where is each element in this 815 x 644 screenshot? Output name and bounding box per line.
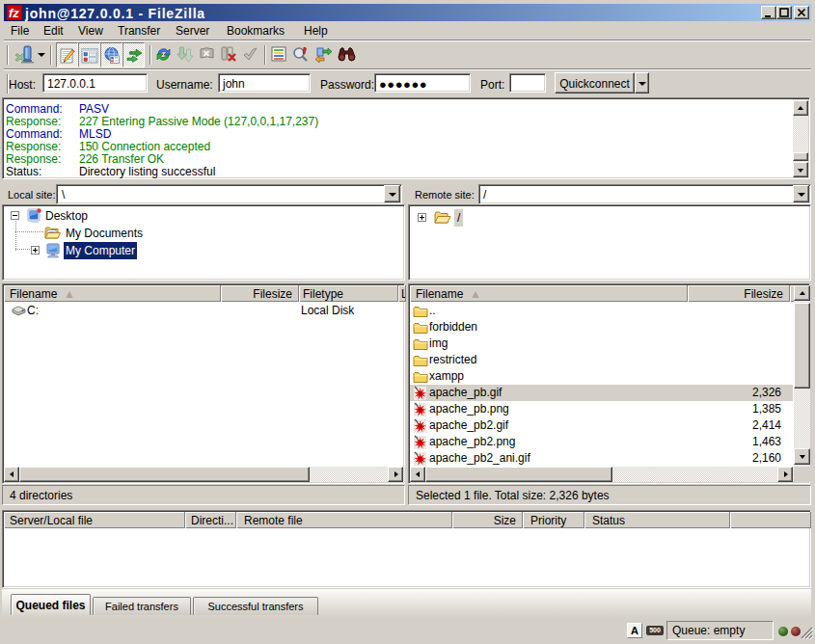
svg-text:fz: fz	[9, 6, 19, 20]
